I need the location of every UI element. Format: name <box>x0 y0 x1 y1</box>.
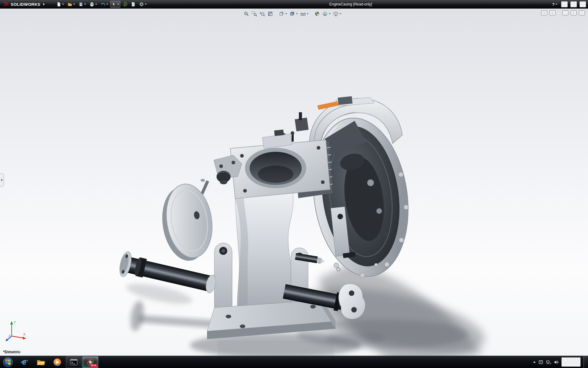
floor-reflection <box>217 340 334 356</box>
taskbar-item-media-player[interactable] <box>49 356 65 368</box>
flywheel <box>157 181 217 264</box>
undo-button[interactable] <box>99 1 109 8</box>
close-button[interactable] <box>579 1 586 7</box>
pane-split-button[interactable] <box>541 10 547 15</box>
close-icon <box>581 11 582 15</box>
solidworks-version-badge: 2015 <box>90 364 97 367</box>
taskbar-item-windows-explorer[interactable] <box>33 356 49 368</box>
system-tray: 2:41 PM 6/26/2015 <box>533 356 588 368</box>
dropdown-caret-icon <box>307 13 309 14</box>
options-gear-icon <box>139 2 144 7</box>
engine-casing-model[interactable] <box>0 9 588 356</box>
chevron-up-icon <box>533 361 536 363</box>
rebuild-button[interactable] <box>121 1 129 8</box>
brand-name: SOLIDWORKS <box>11 2 40 7</box>
print-button[interactable] <box>88 1 98 8</box>
maximize-icon <box>573 3 575 6</box>
folder-icon <box>36 358 45 367</box>
start-button[interactable] <box>0 356 16 368</box>
doc-restore-button[interactable] <box>571 10 577 15</box>
menu-expand-icon[interactable] <box>43 3 45 6</box>
display-style-icon <box>290 11 295 17</box>
help-icon: ? <box>552 2 555 7</box>
view-settings-icon <box>333 11 339 17</box>
solidworks-menu[interactable]: SOLIDWORKS <box>0 0 47 9</box>
save-icon <box>78 2 83 7</box>
dropdown-caret-icon <box>106 4 108 5</box>
appearance-ball-icon <box>315 11 320 17</box>
maximize-button[interactable] <box>570 1 577 7</box>
new-document-button[interactable] <box>55 1 65 8</box>
triad-x-label: X <box>23 333 25 336</box>
zoom-to-area-icon <box>252 11 257 17</box>
restore-icon <box>573 11 574 15</box>
view-orientation-button[interactable] <box>278 11 288 17</box>
title-bar: SOLIDWORKS <box>0 0 588 9</box>
dropdown-caret-icon <box>73 4 75 5</box>
select-button[interactable] <box>110 1 120 8</box>
edit-appearance-button[interactable] <box>314 11 321 17</box>
dropdown-caret-icon <box>329 13 331 14</box>
hide-show-items-button[interactable] <box>300 11 309 17</box>
previous-view-icon <box>260 11 265 17</box>
zoom-to-fit-button[interactable] <box>243 11 250 17</box>
file-properties-button[interactable] <box>130 1 137 8</box>
tray-language-icon[interactable] <box>538 360 543 365</box>
view-settings-button[interactable] <box>333 11 342 17</box>
apply-scene-button[interactable] <box>322 11 331 17</box>
split-pane-icon <box>544 11 545 15</box>
zoom-to-fit-icon <box>244 11 249 17</box>
horizontal-pane-icon <box>552 11 553 15</box>
print-icon <box>89 2 94 7</box>
graphics-area[interactable]: Y X Z *Dimetric <box>0 9 588 356</box>
stud <box>299 112 302 120</box>
headsup-view-toolbar <box>243 11 342 17</box>
options-button[interactable] <box>138 1 148 8</box>
tray-volume-icon[interactable] <box>554 360 559 365</box>
view-orientation-label: *Dimetric <box>3 350 21 354</box>
apply-scene-icon <box>322 11 328 17</box>
doc-close-button[interactable] <box>579 10 585 15</box>
doc-minimize-button[interactable] <box>562 10 568 15</box>
display-style-button[interactable] <box>289 11 299 17</box>
taskbar-clock[interactable]: 2:41 PM 6/26/2015 <box>561 357 581 367</box>
minimize-button[interactable] <box>561 1 568 7</box>
triad-z-label: Z <box>9 335 10 338</box>
open-button[interactable] <box>66 1 76 8</box>
tray-expand-button[interactable] <box>533 361 536 363</box>
save-button[interactable] <box>77 1 87 8</box>
taskbar-item-command-prompt[interactable] <box>66 356 82 368</box>
section-view-icon <box>268 11 273 17</box>
section-view-button[interactable] <box>267 11 274 17</box>
help-button[interactable]: ? <box>551 1 559 8</box>
dropdown-caret-icon <box>62 4 64 5</box>
pane-horizontal-button[interactable] <box>549 10 556 15</box>
expand-panel-icon <box>1 179 3 181</box>
previous-view-button[interactable] <box>259 11 266 17</box>
dassault-logo-icon <box>2 2 9 7</box>
document-title: EngineCasing [Read-only] <box>329 0 372 9</box>
close-icon <box>582 3 584 6</box>
show-desktop-button[interactable] <box>583 356 587 368</box>
clock-date: 6/26/2015 <box>564 362 579 366</box>
feature-manager-collapse-tab[interactable] <box>0 174 4 186</box>
taskbar: e <box>0 356 588 368</box>
undo-icon <box>100 2 105 7</box>
dropdown-caret-icon <box>145 4 147 5</box>
taskbar-item-internet-explorer[interactable]: e <box>16 356 32 368</box>
select-cursor-icon <box>111 2 116 7</box>
minimize-icon <box>565 11 566 15</box>
tray-network-icon[interactable] <box>546 360 551 365</box>
dropdown-caret-icon <box>84 4 86 5</box>
view-orientation-cube-icon <box>279 11 285 17</box>
hide-show-glasses-icon <box>300 11 306 17</box>
desktop: SOLIDWORKS <box>0 0 588 368</box>
dropdown-caret-icon <box>117 4 119 5</box>
title-bar-controls: ? <box>551 0 586 9</box>
zoom-to-area-button[interactable] <box>251 11 258 17</box>
dropdown-caret-icon <box>285 13 287 14</box>
reference-triad: Y X Z <box>5 318 28 343</box>
taskbar-item-solidworks-2015[interactable]: 2015 <box>82 356 98 368</box>
dropdown-caret-icon <box>340 13 341 14</box>
ie-orbit-ring-icon <box>20 358 29 367</box>
